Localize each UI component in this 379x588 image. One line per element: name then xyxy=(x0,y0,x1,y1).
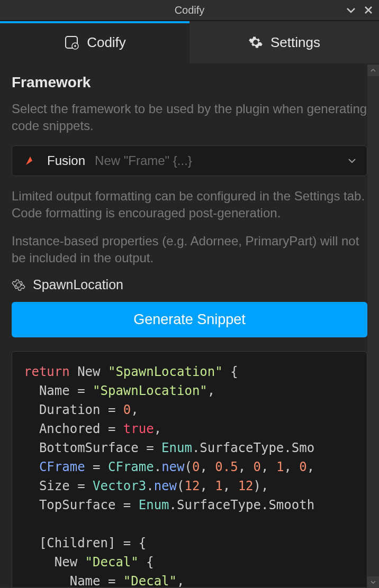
close-icon[interactable] xyxy=(364,6,373,14)
selected-instance: SpawnLocation xyxy=(12,277,367,292)
content-panel: Framework Select the framework to be use… xyxy=(0,63,379,587)
tab-label: Settings xyxy=(270,34,320,51)
tab-label: Codify xyxy=(87,34,126,51)
note-instance-props: Instance-based properties (e.g. Adornee,… xyxy=(12,233,367,267)
section-title-framework: Framework xyxy=(12,74,367,91)
tab-codify[interactable]: Codify xyxy=(0,21,190,63)
framework-description: Select the framework to be used by the p… xyxy=(12,100,367,135)
fusion-icon xyxy=(23,153,38,168)
titlebar-controls xyxy=(346,6,373,14)
scroll-down-icon[interactable] xyxy=(367,576,379,588)
window-title: Codify xyxy=(175,4,205,16)
tab-settings[interactable]: Settings xyxy=(190,21,379,63)
instance-name: SpawnLocation xyxy=(33,277,123,292)
gear-icon xyxy=(12,278,25,292)
dropdown-hint: New "Frame" {...} xyxy=(95,153,192,168)
gear-icon xyxy=(248,35,263,50)
generate-button[interactable]: Generate Snippet xyxy=(12,302,367,337)
scrollbar-track[interactable] xyxy=(367,76,379,576)
note-formatting: Limited output formatting can be configu… xyxy=(12,188,367,222)
dropdown-selected: Fusion xyxy=(47,153,85,168)
framework-dropdown[interactable]: Fusion New "Frame" {...} xyxy=(12,145,367,176)
scrollbar[interactable] xyxy=(367,65,379,588)
dropdown-icon[interactable] xyxy=(346,7,356,13)
chevron-down-icon xyxy=(348,156,356,166)
code-output: return New "SpawnLocation" { Name = "Spa… xyxy=(12,351,367,587)
tabs: Codify Settings xyxy=(0,21,379,63)
codify-tab-icon xyxy=(64,34,79,50)
scroll-up-icon[interactable] xyxy=(367,65,379,76)
titlebar: Codify xyxy=(0,0,379,21)
